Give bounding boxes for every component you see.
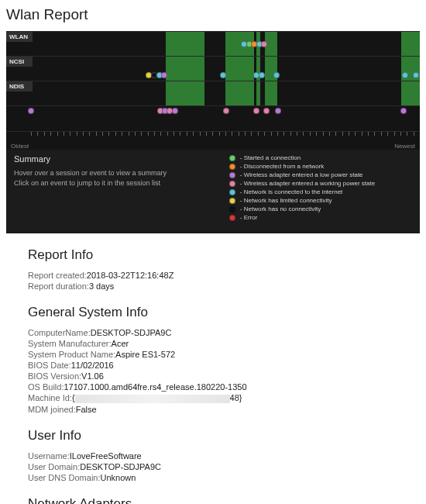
- event-dot[interactable]: [275, 108, 281, 114]
- user-heading: User Info: [28, 428, 398, 444]
- summary-line1: Hover over a session or event to view a …: [14, 168, 215, 178]
- kv-value: DESKTOP-SDJPA9C: [91, 328, 172, 337]
- axis-oldest: Oldest: [11, 143, 29, 150]
- kv-row: BIOS Date: 11/02/2016: [28, 361, 398, 370]
- lane-events: [6, 105, 420, 121]
- legend-dot-icon: [229, 215, 235, 221]
- legend-text: - Started a connection: [240, 154, 301, 161]
- kv-label: BIOS Date:: [28, 361, 71, 370]
- event-dot[interactable]: [413, 72, 419, 78]
- kv-label: System Product Name:: [28, 350, 115, 359]
- session-band[interactable]: [401, 81, 420, 105]
- timeline-ticks: [6, 132, 420, 143]
- kv-value: Aspire ES1-572: [115, 350, 175, 359]
- lane-label: NCSI: [6, 57, 33, 67]
- session-band[interactable]: [166, 57, 205, 81]
- session-band[interactable]: [166, 81, 205, 105]
- kv-value: False: [76, 405, 97, 414]
- kv-label: Report duration:: [28, 281, 89, 291]
- event-dot[interactable]: [253, 108, 259, 114]
- event-dot[interactable]: [263, 108, 270, 114]
- kv-value: ILoveFreeSoftware: [70, 451, 142, 461]
- legend-item: - Started a connection: [229, 154, 412, 161]
- summary-heading: Summary: [14, 154, 215, 164]
- report-info-body: Report created: 2018-03-22T12:16:48ZRepo…: [28, 271, 398, 291]
- kv-label: OS Build:: [28, 382, 64, 392]
- timeline-panel: WLANNCSINDIS Oldest Newest Summary Hover…: [6, 31, 420, 233]
- event-dot[interactable]: [28, 108, 34, 114]
- general-heading: General System Info: [28, 305, 398, 320]
- event-dot[interactable]: [223, 108, 229, 114]
- session-band[interactable]: [166, 32, 205, 56]
- user-body: Username: ILoveFreeSoftwareUser Domain: …: [28, 451, 398, 482]
- legend-dot-icon: [229, 164, 235, 170]
- kv-label: Username:: [28, 451, 70, 461]
- summary-text: Summary Hover over a session or event to…: [14, 154, 215, 223]
- legend-dot-icon: [229, 189, 235, 195]
- event-dot[interactable]: [220, 72, 226, 78]
- kv-value: 11/02/2016: [71, 361, 114, 370]
- session-band[interactable]: [265, 81, 277, 105]
- kv-row: Username: ILoveFreeSoftware: [28, 451, 398, 461]
- lane-label: NDIS: [6, 81, 33, 91]
- legend-text: - Network has limited connectivity: [240, 197, 332, 204]
- kv-row: ComputerName: DESKTOP-SDJPA9C: [28, 328, 398, 337]
- redacted-segment: [75, 395, 230, 403]
- axis-newest: Newest: [394, 143, 415, 150]
- event-dot[interactable]: [261, 41, 267, 47]
- kv-row: BIOS Version: V1.06: [28, 371, 398, 381]
- lane-wlan: WLAN: [6, 31, 420, 56]
- kv-row: System Manufacturer: Acer: [28, 339, 398, 348]
- summary-line2: Click on an event to jump to it in the s…: [14, 178, 215, 188]
- kv-value: Acer: [112, 339, 129, 348]
- kv-label: ComputerName:: [28, 328, 91, 337]
- session-band[interactable]: [225, 57, 254, 81]
- event-dot[interactable]: [172, 108, 178, 114]
- adapters-heading: Network Adapters: [28, 496, 398, 504]
- event-dot[interactable]: [259, 72, 265, 78]
- kv-value: Unknown: [101, 473, 136, 482]
- kv-row: User Domain: DESKTOP-SDJPA9C: [28, 462, 398, 471]
- kv-row: Report created: 2018-03-22T12:16:48Z: [28, 271, 398, 280]
- kv-row: User DNS Domain: Unknown: [28, 473, 398, 482]
- legend-text: - Network is connected to the internet: [240, 188, 343, 195]
- event-dot[interactable]: [161, 72, 167, 78]
- kv-label: Report created:: [28, 271, 87, 280]
- axis-footer: Oldest Newest: [6, 143, 420, 150]
- kv-value-tail: 48}: [230, 393, 242, 402]
- legend-text: - Wireless adapter entered a working pow…: [240, 180, 375, 187]
- session-band[interactable]: [225, 81, 254, 105]
- legend-item: - Network has no connectivity: [229, 205, 412, 212]
- lane-label: WLAN: [6, 32, 33, 42]
- kv-value: 2018-03-22T12:16:48Z: [87, 271, 174, 280]
- kv-row: MDM joined: False: [28, 405, 398, 414]
- legend-dot-icon: [229, 172, 235, 178]
- legend-dot-icon: [229, 198, 235, 204]
- lane-ncsi: NCSI: [6, 56, 420, 81]
- session-band[interactable]: [401, 32, 420, 56]
- report-content: Report Info Report created: 2018-03-22T1…: [0, 233, 426, 504]
- kv-value: V1.06: [81, 371, 104, 381]
- event-dot[interactable]: [400, 108, 407, 114]
- kv-label: User DNS Domain:: [28, 473, 101, 482]
- kv-value: 3 days: [89, 281, 114, 291]
- kv-label: System Manufacturer:: [28, 339, 112, 348]
- legend-dot-icon: [229, 155, 235, 161]
- kv-label: User Domain:: [28, 462, 80, 471]
- legend-text: - Disconnected from a network: [240, 163, 325, 170]
- legend-dot-icon: [229, 181, 235, 187]
- timeline-lanes[interactable]: WLANNCSINDIS: [6, 31, 420, 132]
- legend-item: - Network has limited connectivity: [229, 197, 412, 204]
- kv-value: 17107.1000.amd64fre.rs4_release.180220-1…: [64, 382, 246, 392]
- event-dot[interactable]: [273, 72, 280, 78]
- kv-label: MDM joined:: [28, 405, 76, 414]
- legend-text: - Error: [240, 214, 258, 221]
- session-band[interactable]: [256, 81, 260, 105]
- legend-item: - Wireless adapter entered a low power s…: [229, 171, 412, 178]
- report-info-heading: Report Info: [28, 247, 398, 263]
- event-dot[interactable]: [402, 72, 408, 78]
- kv-label: Machine Id:: [28, 393, 72, 402]
- kv-row: Report duration: 3 days: [28, 281, 398, 291]
- legend-item: - Disconnected from a network: [229, 163, 412, 170]
- kv-label: BIOS Version:: [28, 371, 81, 381]
